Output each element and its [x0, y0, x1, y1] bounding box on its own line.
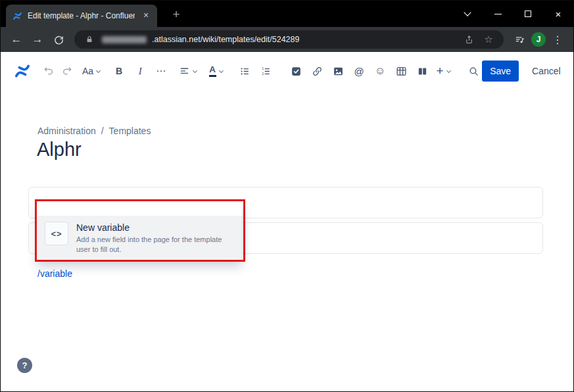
breadcrumb: Administration / Templates [37, 126, 151, 136]
browser-menu-icon[interactable]: ⋮ [547, 29, 568, 50]
popup-item-description: Add a new field into the page for the te… [76, 235, 235, 255]
table-icon[interactable] [393, 61, 410, 82]
reload-icon[interactable] [48, 29, 69, 50]
minimize-button[interactable] [483, 1, 513, 27]
text-color-icon: A [209, 65, 216, 78]
blurred-subdomain [102, 36, 147, 43]
emoji-icon[interactable]: ☺ [371, 61, 389, 82]
image-icon[interactable] [329, 61, 347, 82]
popup-item-text: New variable Add a new field into the pa… [76, 222, 235, 255]
help-button[interactable]: ? [17, 358, 32, 373]
maximize-button[interactable] [513, 1, 543, 27]
task-list-icon[interactable] [287, 61, 304, 82]
popup-spacer [37, 201, 242, 216]
chevron-down-icon [446, 68, 451, 72]
breadcrumb-administration[interactable]: Administration [37, 126, 96, 136]
forward-icon[interactable]: → [27, 29, 48, 50]
share-icon[interactable] [462, 32, 476, 47]
quick-insert-popup: <> New variable Add a new field into the… [37, 201, 242, 262]
lock-icon [82, 32, 97, 47]
text-color-dropdown[interactable]: A [207, 61, 224, 82]
browser-tab[interactable]: Edit template - Alphr - Confluenc × [6, 5, 157, 27]
url-bar[interactable]: .atlassian.net/wiki/templates/edit/52428… [74, 30, 504, 49]
popup-item-new-variable[interactable]: <> New variable Add a new field into the… [37, 216, 242, 262]
editor-toolbar: Aa B I ⋯ A 1 2 [1, 52, 573, 90]
tab-title: Edit template - Alphr - Confluenc [28, 11, 135, 20]
search-icon[interactable] [465, 61, 482, 82]
navbar: ← → .atlassian.net/wiki/templates/edit/5… [1, 27, 573, 52]
profile-avatar[interactable]: J [531, 32, 546, 47]
cancel-button[interactable]: Cancel [528, 66, 565, 76]
back-icon[interactable]: ← [6, 29, 27, 50]
editor-content: Administration / Templates Alphr <> New … [1, 90, 573, 392]
media-controls-icon[interactable] [509, 29, 530, 50]
variable-icon: <> [45, 222, 68, 245]
popup-item-title: New variable [76, 222, 235, 233]
redo-icon[interactable] [59, 61, 76, 82]
undo-icon[interactable] [40, 61, 57, 82]
layouts-icon[interactable] [414, 61, 431, 82]
italic-button[interactable]: I [132, 61, 149, 82]
bookmark-star-icon[interactable]: ☆ [481, 32, 496, 47]
svg-text:1: 1 [262, 66, 264, 70]
window-controls: × [452, 1, 573, 27]
text-styles-dropdown[interactable]: Aa [82, 61, 100, 82]
browser-window: Edit template - Alphr - Confluenc × + × … [0, 0, 574, 392]
url-text: .atlassian.net/wiki/templates/edit/52428… [152, 35, 299, 44]
mention-icon[interactable]: @ [350, 61, 368, 82]
breadcrumb-separator: / [101, 126, 104, 136]
breadcrumb-templates[interactable]: Templates [109, 126, 151, 136]
close-button[interactable]: × [543, 1, 573, 27]
titlebar: Edit template - Alphr - Confluenc × + × [1, 1, 573, 27]
bold-button[interactable]: B [110, 61, 128, 82]
page-title: Alphr [37, 139, 82, 160]
tab-close-icon[interactable]: × [140, 10, 152, 22]
chevron-down-icon [193, 68, 197, 72]
save-button[interactable]: Save [482, 61, 519, 82]
confluence-favicon [12, 11, 22, 21]
insert-dropdown[interactable]: + [435, 61, 452, 82]
ordered-list-icon[interactable]: 1 2 [257, 61, 274, 82]
svg-text:2: 2 [262, 72, 264, 76]
bullet-list-icon[interactable] [236, 61, 253, 82]
confluence-logo [14, 61, 31, 82]
chevron-down-icon [96, 68, 101, 72]
link-icon[interactable] [308, 61, 325, 82]
more-formatting-icon[interactable]: ⋯ [153, 61, 170, 82]
new-tab-button[interactable]: + [168, 6, 185, 23]
chevron-down-icon [219, 68, 224, 72]
slash-command-text: /variable [37, 268, 72, 279]
alignment-dropdown[interactable] [179, 61, 197, 82]
tab-search-chevron-icon[interactable] [452, 1, 483, 27]
